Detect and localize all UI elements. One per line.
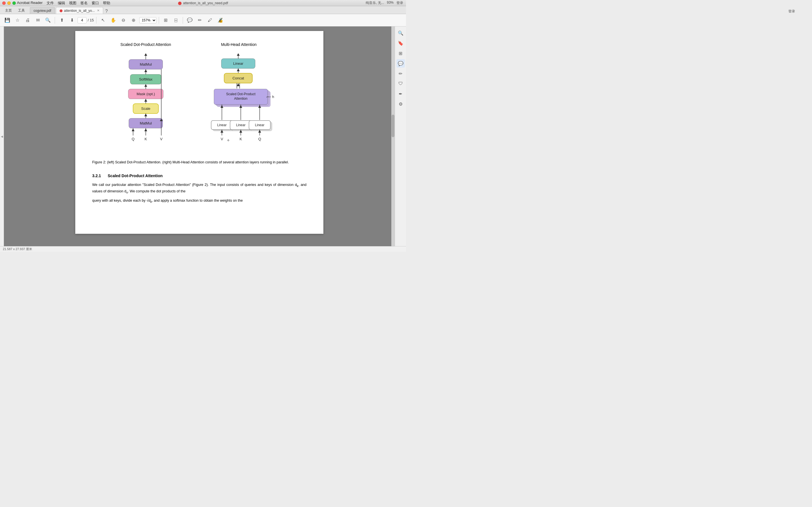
prev-page-button[interactable]: ⬆ <box>57 16 66 25</box>
svg-text:Attention: Attention <box>234 97 247 101</box>
sidebar-settings-icon[interactable]: ⚙ <box>396 100 405 108</box>
svg-text:Linear: Linear <box>233 61 244 66</box>
hand-tool[interactable]: ✋ <box>109 16 118 25</box>
cursor-tool[interactable]: ↖ <box>99 16 108 25</box>
statusbar: 21.587 x 27.937 厘米 <box>0 246 406 252</box>
svg-marker-17 <box>144 114 147 116</box>
svg-text:Linear: Linear <box>217 123 226 127</box>
tools-tab[interactable]: 工具 <box>15 7 28 14</box>
sdpa-title: Scaled Dot-Product Attention <box>120 42 171 47</box>
svg-text:MatMul: MatMul <box>140 62 152 66</box>
diagrams-section: Scaled Dot-Product Attention MatMul <box>92 42 306 154</box>
help-icon[interactable]: ? <box>105 9 108 14</box>
home-tab[interactable]: 主页 <box>2 7 15 14</box>
next-page-button[interactable]: ⬇ <box>67 16 77 25</box>
svg-text:Concat: Concat <box>232 76 244 80</box>
sidebar-search-icon[interactable]: 🔍 <box>396 29 405 37</box>
zoom-out-button[interactable]: ⊖ <box>119 16 128 25</box>
attention-tab[interactable]: ⬤ attention_is_all_yo... ✕ <box>56 7 103 14</box>
scroll-track[interactable] <box>391 26 395 246</box>
menu-file[interactable]: 文件 <box>47 1 54 6</box>
save-button[interactable]: 💾 <box>3 16 12 25</box>
email-button[interactable]: ✉ <box>33 16 42 25</box>
close-button[interactable] <box>2 1 6 5</box>
tab-close-icon[interactable]: ✕ <box>97 9 100 12</box>
search-button[interactable]: 🔍 <box>43 16 52 25</box>
pdf-viewer[interactable]: Scaled Dot-Product Attention MatMul <box>4 26 395 246</box>
mha-title: Multi-Head Attention <box>221 42 257 47</box>
right-sidebar: 🔍 🔖 ⊞ 💬 ✏ 🛡 ✒ ⚙ <box>395 26 406 246</box>
zoom-select[interactable]: 157% 100% 125% 150% 200% <box>139 17 156 23</box>
zoom-in-button[interactable]: ⊕ <box>129 16 138 25</box>
sdpa-diagram: Scaled Dot-Product Attention MatMul <box>117 42 174 154</box>
separator-1 <box>55 17 55 24</box>
menu-edit[interactable]: 编辑 <box>58 1 65 6</box>
svg-text:✛: ✛ <box>227 138 230 142</box>
marquee-button[interactable]: ⌸ <box>171 16 181 25</box>
section-heading: 3.2.1 Scaled Dot-Product Attention <box>92 173 306 178</box>
figure-caption: Figure 2: (left) Scaled Dot-Product Atte… <box>92 159 306 165</box>
system-tray: 纯音乐, 无... 93% 登录 <box>366 1 403 5</box>
draw-button[interactable]: 🖊 <box>206 16 214 25</box>
print-button[interactable]: 🖨 <box>23 16 32 25</box>
comment-button[interactable]: 💬 <box>185 16 194 25</box>
svg-marker-1 <box>144 53 147 56</box>
svg-text:V: V <box>221 137 223 141</box>
menu-window[interactable]: 窗口 <box>92 1 99 6</box>
sidebar-page-icon[interactable]: ⊞ <box>396 49 405 57</box>
body-text-2: query with all keys, divide each by √dk,… <box>92 198 306 204</box>
titlebar: Acrobat Reader 文件 编辑 视图 签名 窗口 帮助 ⬤ atten… <box>0 0 406 6</box>
toolbar: 💾 ☆ 🖨 ✉ 🔍 ⬆ ⬇ 4 / 15 ↖ ✋ ⊖ ⊕ 157% 100% 1… <box>0 14 406 26</box>
sdpa-svg: MatMul SoftMax Mask (opt.) <box>117 52 174 143</box>
battery-status: 93% <box>387 1 394 5</box>
mha-diagram: Multi-Head Attention Linear Con <box>197 42 281 154</box>
app-menu: Acrobat Reader 文件 编辑 视图 签名 窗口 帮助 <box>17 1 110 6</box>
fit-page-button[interactable]: ⊞ <box>161 16 170 25</box>
svg-marker-24 <box>144 128 147 131</box>
left-panel-handle[interactable]: ◀ <box>0 26 4 246</box>
cogview-tab[interactable]: cogview.pdf <box>30 7 55 14</box>
sidebar-highlight-icon[interactable]: ✏ <box>396 69 405 78</box>
sidebar-bookmark-icon[interactable]: 🔖 <box>396 39 405 47</box>
svg-text:V: V <box>160 137 163 141</box>
window-title: ⬤ attention_is_all_you_need.pdf <box>178 1 228 5</box>
pdf-page: Scaled Dot-Product Attention MatMul <box>75 31 323 234</box>
svg-text:MatMul: MatMul <box>140 121 152 125</box>
svg-text:SoftMax: SoftMax <box>139 77 153 81</box>
window-controls[interactable] <box>2 1 16 5</box>
menu-view[interactable]: 视图 <box>69 1 77 6</box>
scroll-thumb[interactable] <box>392 115 395 137</box>
svg-text:Scale: Scale <box>141 107 151 111</box>
svg-text:Linear: Linear <box>255 123 264 127</box>
menu-acrobat[interactable]: Acrobat Reader <box>17 1 43 6</box>
svg-text:Mask (opt.): Mask (opt.) <box>137 92 155 96</box>
separator-4 <box>183 17 183 24</box>
tab-bar: 主页 工具 cogview.pdf ⬤ attention_is_all_yo.… <box>0 6 406 14</box>
svg-marker-40 <box>237 83 240 86</box>
stamp-button[interactable]: 🔏 <box>216 16 225 25</box>
mha-svg: Linear Concat <box>197 52 281 154</box>
svg-text:⌐: ⌐ <box>266 94 269 99</box>
page-input[interactable]: 4 <box>78 17 87 23</box>
sidebar-edit-icon[interactable]: ✒ <box>396 90 405 98</box>
menu-sign[interactable]: 签名 <box>80 1 88 6</box>
svg-marker-9 <box>144 84 147 87</box>
main-layout: ◀ Scaled Dot-Product Attention MatMul <box>0 26 406 246</box>
minimize-button[interactable] <box>7 1 11 5</box>
menu-help[interactable]: 帮助 <box>103 1 110 6</box>
body-text-1: We call our particular attention "Scaled… <box>92 182 306 195</box>
page-dimensions: 21.587 x 27.937 厘米 <box>3 247 32 251</box>
svg-marker-31 <box>237 53 240 56</box>
highlight-button[interactable]: ✏ <box>195 16 204 25</box>
sidebar-comment-icon[interactable]: 💬 <box>396 59 405 68</box>
svg-text:Q: Q <box>132 137 135 141</box>
bookmark-button[interactable]: ☆ <box>13 16 22 25</box>
sidebar-shield-icon[interactable]: 🛡 <box>396 79 405 88</box>
svg-marker-5 <box>144 69 147 72</box>
svg-text:Q: Q <box>258 137 261 141</box>
svg-marker-21 <box>132 128 135 131</box>
login-button[interactable]: 登录 <box>396 1 403 5</box>
maximize-button[interactable] <box>12 1 16 5</box>
svg-text:Linear: Linear <box>236 123 245 127</box>
page-navigator: 4 / 15 <box>78 17 94 23</box>
